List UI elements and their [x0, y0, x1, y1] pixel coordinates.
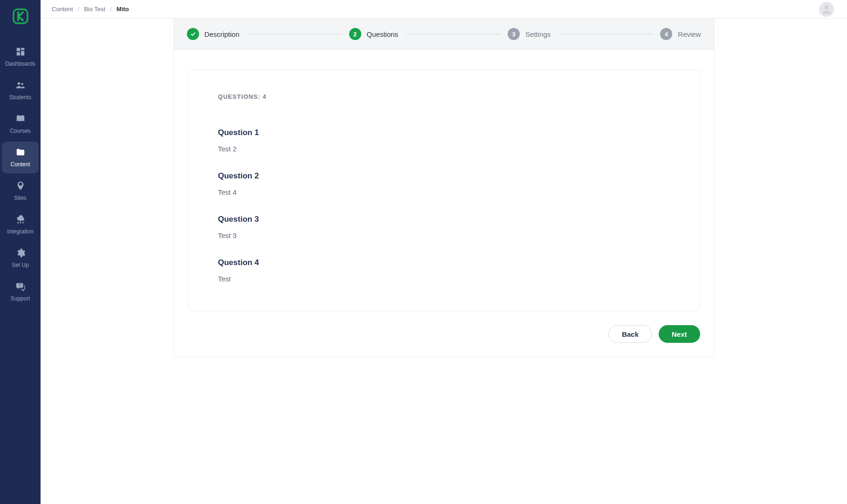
svg-point-6	[21, 83, 23, 85]
book-icon	[15, 114, 26, 124]
question-text: Test	[218, 275, 670, 283]
step-connector	[247, 34, 342, 34]
cloud-network-icon	[15, 214, 26, 225]
step-number-badge: 4	[660, 28, 672, 40]
help-chat-icon: ?	[15, 281, 26, 292]
svg-rect-4	[16, 52, 20, 55]
step-label: Settings	[525, 30, 551, 38]
question-item: Question 1 Test 2	[218, 128, 670, 153]
question-item: Question 4 Test	[218, 258, 670, 283]
location-icon	[15, 181, 26, 191]
svg-point-5	[17, 82, 20, 85]
sidebar-item-label: Integration	[7, 228, 34, 235]
gear-icon	[15, 248, 26, 258]
questions-card: QUESTIONS: 4 Question 1 Test 2 Question …	[188, 69, 700, 311]
svg-rect-2	[21, 48, 24, 50]
step-label: Review	[678, 30, 701, 38]
question-title: Question 2	[218, 171, 670, 181]
dashboard-icon	[15, 47, 26, 57]
step-label: Questions	[367, 30, 399, 38]
breadcrumb-item[interactable]: Bio Test	[84, 6, 105, 13]
question-title: Question 4	[218, 258, 670, 267]
check-icon	[187, 28, 199, 40]
question-item: Question 2 Test 4	[218, 171, 670, 196]
question-title: Question 3	[218, 215, 670, 224]
question-text: Test 3	[218, 232, 670, 239]
svg-rect-0	[14, 9, 28, 23]
folder-icon	[15, 147, 26, 157]
step-connector	[558, 34, 653, 34]
wizard-footer: Back Next	[188, 311, 700, 343]
sidebar-item-label: Courses	[10, 128, 31, 134]
svg-rect-3	[21, 51, 24, 55]
main-scroll[interactable]: Description 2 Questions 3 Settings 4 Rev…	[41, 19, 847, 504]
svg-rect-1	[16, 48, 20, 51]
step-questions[interactable]: 2 Questions	[349, 28, 399, 40]
svg-text:?: ?	[18, 283, 21, 287]
wizard-panel: Description 2 Questions 3 Settings 4 Rev…	[173, 19, 715, 357]
step-number-badge: 3	[508, 28, 520, 40]
sidebar-item-label: Students	[9, 94, 31, 101]
next-button[interactable]: Next	[659, 325, 700, 343]
people-icon	[15, 80, 26, 90]
breadcrumb-separator: /	[110, 6, 112, 13]
sidebar-item-support[interactable]: ? Support	[2, 276, 39, 307]
app-logo	[10, 6, 31, 27]
sidebar: Dashboards Students Courses Content Site	[0, 0, 41, 504]
sidebar-item-integration[interactable]: Integration	[2, 209, 39, 240]
sidebar-item-content[interactable]: Content	[2, 142, 39, 173]
step-label: Description	[205, 30, 240, 38]
question-item: Question 3 Test 3	[218, 215, 670, 239]
step-description[interactable]: Description	[187, 28, 240, 40]
sidebar-item-label: Set Up	[12, 262, 29, 268]
breadcrumb-separator: /	[78, 6, 80, 13]
sidebar-item-setup[interactable]: Set Up	[2, 242, 39, 274]
step-review[interactable]: 4 Review	[660, 28, 701, 40]
breadcrumb: Content / Bio Test / Mito	[52, 6, 129, 13]
sidebar-nav: Dashboards Students Courses Content Site	[0, 41, 41, 307]
sidebar-item-label: Support	[10, 295, 30, 302]
sidebar-item-dashboards[interactable]: Dashboards	[2, 41, 39, 73]
sidebar-item-courses[interactable]: Courses	[2, 108, 39, 140]
user-icon	[820, 3, 833, 15]
question-title: Question 1	[218, 128, 670, 137]
svg-point-11	[825, 5, 829, 9]
sidebar-item-label: Sites	[14, 195, 27, 201]
user-avatar[interactable]	[819, 2, 834, 17]
question-text: Test 2	[218, 145, 670, 153]
back-button[interactable]: Back	[608, 325, 652, 343]
step-number-badge: 2	[349, 28, 361, 40]
svg-point-8	[20, 222, 21, 224]
step-settings[interactable]: 3 Settings	[508, 28, 551, 40]
step-connector	[406, 34, 500, 34]
wizard-stepper: Description 2 Questions 3 Settings 4 Rev…	[174, 19, 714, 50]
sidebar-item-label: Dashboards	[5, 61, 35, 67]
breadcrumb-item-current: Mito	[117, 6, 129, 13]
logo-k-icon	[11, 7, 30, 26]
sidebar-item-students[interactable]: Students	[2, 75, 39, 106]
wizard-body: QUESTIONS: 4 Question 1 Test 2 Question …	[174, 50, 714, 357]
topbar: Content / Bio Test / Mito	[41, 0, 847, 19]
questions-count-label: QUESTIONS: 4	[218, 93, 670, 100]
breadcrumb-item[interactable]: Content	[52, 6, 73, 13]
sidebar-item-sites[interactable]: Sites	[2, 175, 39, 207]
question-text: Test 4	[218, 188, 670, 196]
sidebar-item-label: Content	[10, 161, 30, 168]
